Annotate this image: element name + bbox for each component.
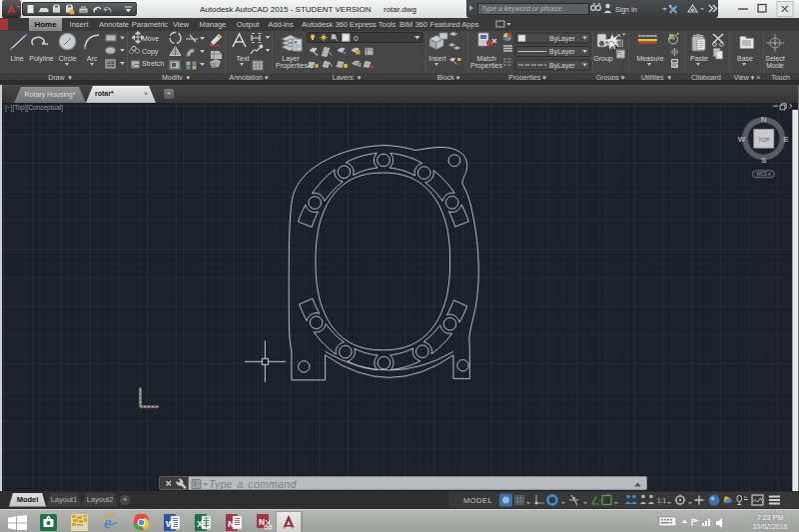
svg-text:WCS ▾: WCS ▾ (756, 172, 771, 177)
svg-text:ByLayer: ByLayer (549, 62, 575, 70)
svg-text:N: N (761, 115, 767, 124)
svg-text:W: W (166, 518, 175, 528)
svg-text:TOP: TOP (758, 137, 770, 143)
svg-text:W: W (738, 135, 746, 144)
svg-text:X: X (197, 518, 203, 528)
svg-text:N: N (228, 518, 235, 528)
svg-text:ByLayer: ByLayer (549, 35, 575, 43)
svg-text:E: E (783, 135, 789, 144)
svg-text:1:1: 1:1 (657, 497, 666, 504)
svg-text:N: N (259, 516, 265, 526)
svg-text:ByLayer: ByLayer (549, 48, 575, 56)
svg-text:S: S (761, 156, 767, 165)
